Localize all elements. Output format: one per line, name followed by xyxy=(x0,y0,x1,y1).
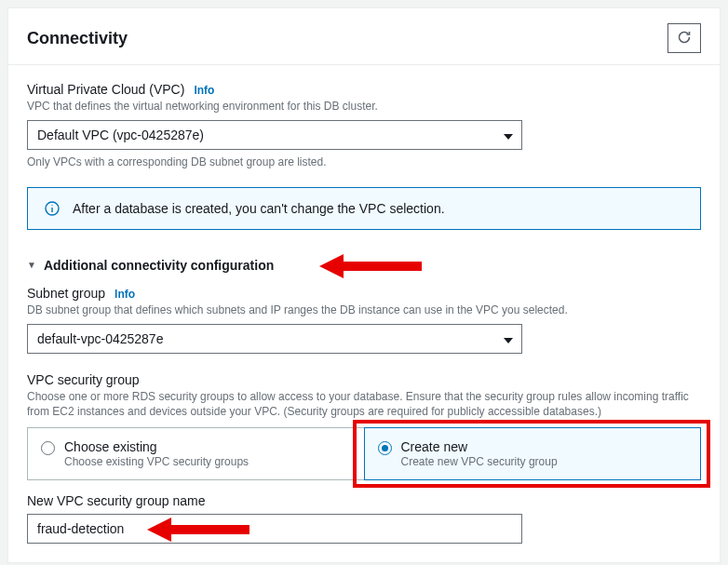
subnet-select[interactable]: default-vpc-0425287e xyxy=(27,324,522,354)
refresh-icon xyxy=(677,30,692,47)
radio-existing-sub: Choose existing VPC security groups xyxy=(64,455,249,468)
notice-text: After a database is created, you can't c… xyxy=(73,201,445,216)
vpc-label: Virtual Private Cloud (VPC) xyxy=(27,82,184,97)
secgroup-radio-group: Choose existing Choose existing VPC secu… xyxy=(27,427,701,480)
annotation-arrow-icon xyxy=(147,518,249,542)
secgroup-label: VPC security group xyxy=(27,372,701,387)
vpc-desc: VPC that defines the virtual networking … xyxy=(27,99,701,114)
additional-label: Additional connectivity configuration xyxy=(44,258,274,273)
additional-connectivity-toggle[interactable]: ▼ Additional connectivity configuration xyxy=(27,258,701,273)
subnet-field: Subnet group Info DB subnet group that d… xyxy=(27,286,701,354)
connectivity-panel: Connectivity Virtual Private Cloud (VPC)… xyxy=(7,7,721,563)
subnet-label: Subnet group xyxy=(27,286,105,301)
newsg-value: fraud-detection xyxy=(37,521,124,536)
radio-icon xyxy=(378,441,392,455)
new-secgroup-name-field: New VPC security group name fraud-detect… xyxy=(27,493,701,544)
svg-point-2 xyxy=(51,205,52,206)
security-group-field: VPC security group Choose one or more RD… xyxy=(27,372,701,481)
newsg-label: New VPC security group name xyxy=(27,493,701,508)
new-secgroup-name-input[interactable]: fraud-detection xyxy=(27,514,522,544)
radio-createnew-sub: Create new VPC security group xyxy=(401,455,558,468)
subnet-info-link[interactable]: Info xyxy=(115,288,135,301)
svg-rect-3 xyxy=(342,262,422,271)
subnet-desc: DB subnet group that defines which subne… xyxy=(27,303,701,318)
vpc-helper: Only VPCs with a corresponding DB subnet… xyxy=(27,155,701,168)
caret-down-icon: ▼ xyxy=(27,260,36,270)
radio-createnew-title: Create new xyxy=(401,439,558,454)
radio-icon xyxy=(41,441,55,455)
secgroup-desc: Choose one or more RDS security groups t… xyxy=(27,389,701,421)
panel-title: Connectivity xyxy=(27,29,128,48)
radio-choose-existing[interactable]: Choose existing Choose existing VPC secu… xyxy=(27,427,365,480)
vpc-select-value: Default VPC (vpc-0425287e) xyxy=(37,128,204,142)
radio-create-new[interactable]: Create new Create new VPC security group xyxy=(364,427,702,480)
vpc-field: Virtual Private Cloud (VPC) Info VPC tha… xyxy=(27,82,701,168)
panel-header: Connectivity xyxy=(8,8,720,64)
svg-rect-4 xyxy=(169,525,249,534)
info-icon xyxy=(45,201,60,216)
annotation-arrow-icon xyxy=(319,254,422,278)
subnet-select-value: default-vpc-0425287e xyxy=(37,331,163,346)
refresh-button[interactable] xyxy=(667,23,701,53)
vpc-select[interactable]: Default VPC (vpc-0425287e) xyxy=(27,120,522,150)
vpc-change-notice: After a database is created, you can't c… xyxy=(27,187,701,230)
vpc-info-link[interactable]: Info xyxy=(194,84,214,97)
panel-body: Virtual Private Cloud (VPC) Info VPC tha… xyxy=(8,64,720,562)
radio-existing-title: Choose existing xyxy=(64,439,249,454)
